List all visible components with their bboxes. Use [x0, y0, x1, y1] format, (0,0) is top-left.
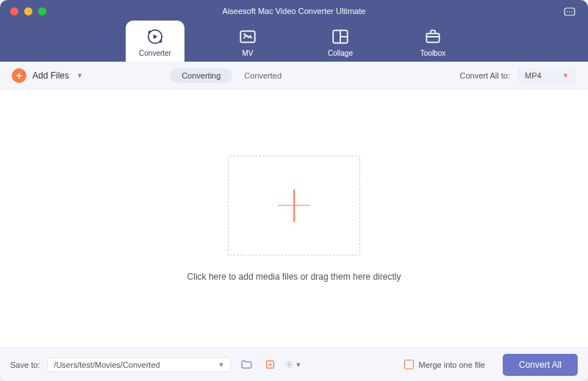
svg-point-3	[571, 11, 573, 12]
convert-all-to-group: Convert All to: MP4 ▼	[459, 68, 576, 83]
toolbar: + Add Files ▼ Converting Converted Conve…	[0, 62, 588, 90]
output-format-select[interactable]: MP4 ▼	[517, 68, 576, 83]
tab-toolbox[interactable]: Toolbox	[404, 21, 462, 62]
tab-label: Converter	[139, 49, 171, 57]
add-files-label: Add Files	[32, 70, 69, 81]
status-segmented-control: Converting Converted	[170, 68, 293, 83]
segment-converting[interactable]: Converting	[170, 68, 232, 83]
svg-point-1	[567, 11, 568, 12]
settings-button[interactable]: ▼	[285, 358, 301, 372]
convert-all-button[interactable]: Convert All	[503, 354, 578, 376]
gpu-acceleration-button[interactable]	[262, 358, 278, 372]
svg-rect-10	[426, 34, 439, 43]
convert-all-to-label: Convert All to:	[459, 71, 509, 80]
converter-icon	[146, 27, 165, 46]
open-folder-button[interactable]	[238, 358, 254, 372]
merge-label: Merge into one file	[418, 360, 485, 369]
save-to-label: Save to:	[10, 360, 40, 369]
app-title: Aiseesoft Mac Video Converter Ultimate	[0, 0, 588, 15]
collage-icon	[331, 27, 350, 46]
titlebar: Aiseesoft Mac Video Converter Ultimate C…	[0, 0, 588, 62]
chevron-down-icon: ▼	[218, 361, 224, 369]
dropzone-hint: Click here to add media files or drag th…	[187, 272, 401, 282]
format-selected-value: MP4	[525, 71, 542, 80]
app-window: Aiseesoft Mac Video Converter Ultimate C…	[0, 0, 588, 381]
save-path-value: /Users/test/Movies/Converted	[54, 360, 159, 369]
tab-label: MV	[243, 49, 254, 57]
footer-bar: Save to: /Users/test/Movies/Converted ▼ …	[0, 347, 588, 381]
checkbox-icon	[404, 360, 414, 369]
chevron-down-icon: ▼	[76, 72, 83, 79]
tab-label: Collage	[328, 49, 353, 57]
tab-mv[interactable]: MV	[218, 21, 277, 62]
segment-converted[interactable]: Converted	[232, 68, 293, 83]
add-files-button[interactable]: + Add Files ▼	[12, 68, 83, 83]
plus-icon: +	[12, 68, 26, 83]
toolbox-icon	[423, 27, 442, 46]
merge-checkbox[interactable]: Merge into one file	[404, 360, 485, 369]
feedback-icon[interactable]	[563, 6, 576, 22]
tab-collage[interactable]: Collage	[311, 21, 370, 62]
plus-icon	[278, 189, 310, 222]
main-tabs: Converter MV Collage Toolbox	[0, 20, 588, 62]
tab-label: Toolbox	[420, 49, 445, 57]
add-media-dropzone[interactable]	[228, 156, 360, 255]
chevron-down-icon: ▼	[295, 361, 301, 369]
chevron-down-icon: ▼	[562, 72, 569, 79]
tab-converter[interactable]: Converter	[126, 21, 184, 62]
main-area: Click here to add media files or drag th…	[0, 90, 588, 347]
svg-point-13	[289, 363, 291, 366]
mv-icon	[238, 27, 257, 46]
svg-point-6	[243, 33, 245, 35]
save-path-select[interactable]: /Users/test/Movies/Converted ▼	[47, 358, 231, 372]
svg-point-2	[569, 11, 570, 12]
